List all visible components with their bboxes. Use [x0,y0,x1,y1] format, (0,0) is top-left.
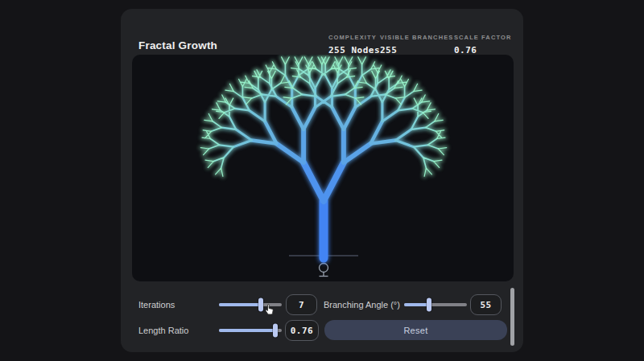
stat-scale-factor: SCALE FACTOR 0.76 [454,34,511,55]
length-ratio-value-field[interactable]: 0.76 [285,320,319,341]
iterations-label: Iterations [138,294,175,315]
length-ratio-slider[interactable] [219,320,282,341]
stat-visible-branches-label: VISIBLE BRANCHES [380,34,453,41]
fractal-growth-panel: Fractal Growth COMPLEXITY 255 Nodes VISI… [121,9,523,352]
length-ratio-label: Length Ratio [138,320,188,341]
length-ratio-slider-thumb[interactable] [273,324,278,338]
reset-button[interactable]: Reset [324,320,507,340]
iterations-slider-thumb[interactable] [258,298,263,312]
iterations-slider-fill [219,303,261,306]
branching-angle-slider[interactable] [404,294,467,315]
stat-complexity-label: COMPLEXITY [328,34,380,41]
tree-icon [320,264,328,277]
branching-angle-value-field[interactable]: 55 [470,294,502,315]
scrollbar-thumb[interactable] [510,288,514,346]
fractal-tree-branches [200,57,446,258]
page-title: Fractal Growth [138,39,217,51]
stat-complexity: COMPLEXITY 255 Nodes [328,34,380,55]
branching-angle-slider-thumb[interactable] [427,298,431,312]
length-ratio-slider-fill [219,329,275,332]
fractal-canvas [132,55,514,281]
fractal-tree-visualization [132,55,514,281]
iterations-value-field[interactable]: 7 [286,294,317,315]
branching-angle-slider-fill [404,303,429,306]
app-background: Fractal Growth COMPLEXITY 255 Nodes VISI… [0,0,644,361]
stat-visible-branches: VISIBLE BRANCHES 255 [380,34,453,55]
stat-scale-factor-label: SCALE FACTOR [454,34,511,41]
branching-angle-label: Branching Angle (°) [324,294,400,315]
iterations-slider[interactable] [219,294,282,315]
